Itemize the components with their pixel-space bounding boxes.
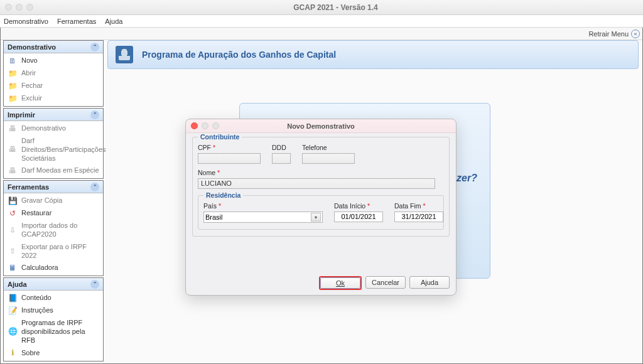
sidebar-panel: Demonstrativo⌃🗎Novo📁Abrir📁Fechar📁Excluir xyxy=(3,40,104,107)
ok-label: Ok xyxy=(336,279,345,287)
panel-title: Ferramentas xyxy=(8,183,49,191)
data-fim-input[interactable]: 31/12/2021 xyxy=(394,211,443,222)
panel-header[interactable]: Ferramentas⌃ xyxy=(4,181,103,193)
sidebar-item: 📁Abrir xyxy=(4,67,103,80)
sidebar-item-label: Exportar para o IRPF 2022 xyxy=(21,243,99,260)
close-icon[interactable] xyxy=(191,122,198,129)
retrair-label: Retrair Menu xyxy=(588,30,629,38)
ok-button[interactable]: Ok xyxy=(319,276,362,290)
sidebar-item: ⇧Exportar para o IRPF 2022 xyxy=(4,241,103,262)
zoom-icon[interactable] xyxy=(26,4,33,11)
ddd-input[interactable] xyxy=(272,153,291,164)
chevron-left-icon: « xyxy=(631,29,640,38)
modal-novo-demonstrativo: Novo Demonstrativo Contribuinte CPF DDD … xyxy=(185,119,457,296)
nome-input[interactable]: LUCIANO xyxy=(198,178,435,189)
calc-icon: 🖩 xyxy=(8,264,18,272)
sidebar-item[interactable]: 📝Instruções xyxy=(4,304,103,317)
panel-title: Ajuda xyxy=(8,281,27,288)
panel-header[interactable]: Ajuda⌃ xyxy=(4,278,103,291)
sidebar-item[interactable]: 🖩Calculadora xyxy=(4,262,103,274)
modal-title: Novo Demonstrativo xyxy=(186,122,456,130)
telefone-input[interactable] xyxy=(302,153,355,164)
panel-title: Demonstrativo xyxy=(8,43,56,51)
group-title: Contribuinte xyxy=(198,133,242,141)
sidebar-item-label: Abrir xyxy=(21,69,36,78)
traffic-lights xyxy=(5,4,33,11)
sidebar-item: 💾Gravar Cópia xyxy=(4,195,103,207)
printer-icon: 🖶 xyxy=(8,146,18,154)
save-icon: 💾 xyxy=(8,196,18,205)
note-icon: 📝 xyxy=(8,306,18,315)
sidebar-item[interactable]: ↺Restaurar xyxy=(4,207,103,220)
field-ddd: DDD xyxy=(272,144,291,164)
folder-icon: 📁 xyxy=(8,69,18,78)
nome-label: Nome xyxy=(198,169,444,176)
collapse-icon: ⌃ xyxy=(90,280,99,289)
sidebar-item: 📁Fechar xyxy=(4,80,103,92)
minimize-icon[interactable] xyxy=(202,122,208,129)
sidebar-item: 📁Excluir xyxy=(4,92,103,105)
pais-select[interactable]: Brasil ▾ xyxy=(203,211,323,223)
panel-header[interactable]: Imprimir⌃ xyxy=(4,109,103,121)
data-inicio-label: Data Início xyxy=(334,202,383,210)
sidebar-item-label: Importar dados do GCAP2020 xyxy=(21,222,99,239)
mac-titlebar: GCAP 2021 - Versão 1.4 xyxy=(0,0,643,15)
data-inicio-input[interactable]: 01/01/2021 xyxy=(334,211,383,222)
field-cpf: CPF xyxy=(198,144,261,164)
menu-ferramentas[interactable]: Ferramentas xyxy=(57,18,96,25)
minimize-icon[interactable] xyxy=(16,4,23,11)
sidebar: Demonstrativo⌃🗎Novo📁Abrir📁Fechar📁Excluir… xyxy=(3,40,104,361)
panel-title: Imprimir xyxy=(8,111,35,119)
sidebar-item[interactable]: 🌐Programas de IRPF disponibilizados pela… xyxy=(4,317,103,346)
sidebar-item-label: Programas de IRPF disponibilizados pela … xyxy=(21,319,99,345)
book-icon: 📘 xyxy=(8,294,18,302)
row-residencia: País Brasil ▾ Data Início 01/01/2021 Dat… xyxy=(203,202,438,223)
menu-ajuda[interactable]: Ajuda xyxy=(105,18,122,25)
sidebar-item-label: Excluir xyxy=(21,94,42,103)
group-contribuinte: Contribuinte CPF DDD Telefone xyxy=(192,137,450,237)
field-data-inicio: Data Início 01/01/2021 xyxy=(334,202,383,223)
menu-demonstrativo[interactable]: Demonstrativo xyxy=(4,18,48,25)
sidebar-item: ⇩Importar dados do GCAP2020 xyxy=(4,220,103,241)
close-icon[interactable] xyxy=(5,4,12,11)
sidebar-item-label: Fechar xyxy=(21,82,43,90)
sidebar-item-label: Restaurar xyxy=(21,209,51,218)
zoom-icon[interactable] xyxy=(212,122,219,129)
restore-icon: ↺ xyxy=(8,209,18,218)
app-logo-icon xyxy=(116,46,133,63)
sidebar-item[interactable]: ℹSobre xyxy=(4,347,103,360)
pais-label: País xyxy=(203,202,323,210)
chevron-down-icon: ▾ xyxy=(311,213,321,222)
sidebar-item[interactable]: 🗎Novo xyxy=(4,55,103,67)
sidebar-item: 🖶Darf Moedas em Espécie xyxy=(4,164,103,177)
printer-icon: 🖶 xyxy=(8,166,18,175)
panel-body: 📘Conteúdo📝Instruções🌐Programas de IRPF d… xyxy=(4,291,103,360)
export-icon: ⇧ xyxy=(8,247,18,256)
collapse-icon: ⌃ xyxy=(90,43,99,51)
cpf-label: CPF xyxy=(198,144,261,151)
sidebar-item-label: Novo xyxy=(21,56,38,65)
app-body: Retrair Menu « Demonstrativo⌃🗎Novo📁Abrir… xyxy=(0,28,643,364)
collapse-icon: ⌃ xyxy=(90,183,99,191)
sidebar-item[interactable]: 📘Conteúdo xyxy=(4,292,103,304)
folder-icon: 📁 xyxy=(8,94,18,103)
panel-body: 🗎Novo📁Abrir📁Fechar📁Excluir xyxy=(4,53,103,106)
panel-body: 💾Gravar Cópia↺Restaurar⇩Importar dados d… xyxy=(4,193,103,276)
sidebar-panel: Imprimir⌃🖶Demonstrativo🖶Darf Direitos/Be… xyxy=(3,108,104,179)
cpf-input[interactable] xyxy=(198,153,261,164)
cancelar-button[interactable]: Cancelar xyxy=(365,276,406,289)
cancelar-label: Cancelar xyxy=(372,279,399,286)
menubar: Demonstrativo Ferramentas Ajuda xyxy=(0,15,643,28)
group-residencia: Residência País Brasil ▾ Data Início 01/… xyxy=(198,195,444,230)
retrair-menu[interactable]: Retrair Menu « xyxy=(1,28,642,40)
sidebar-item: 🖶Darf Direitos/Bens/Participações Societ… xyxy=(4,135,103,164)
modal-body: Contribuinte CPF DDD Telefone xyxy=(186,133,456,295)
ajuda-button[interactable]: Ajuda xyxy=(409,276,450,289)
import-icon: ⇩ xyxy=(8,226,18,235)
panel-header[interactable]: Demonstrativo⌃ xyxy=(4,41,103,53)
printer-icon: 🖶 xyxy=(8,124,18,133)
sidebar-item-label: Gravar Cópia xyxy=(21,196,62,205)
folder-icon: 📁 xyxy=(8,82,18,90)
sidebar-panel: Ajuda⌃📘Conteúdo📝Instruções🌐Programas de … xyxy=(3,277,104,361)
telefone-label: Telefone xyxy=(302,144,355,151)
